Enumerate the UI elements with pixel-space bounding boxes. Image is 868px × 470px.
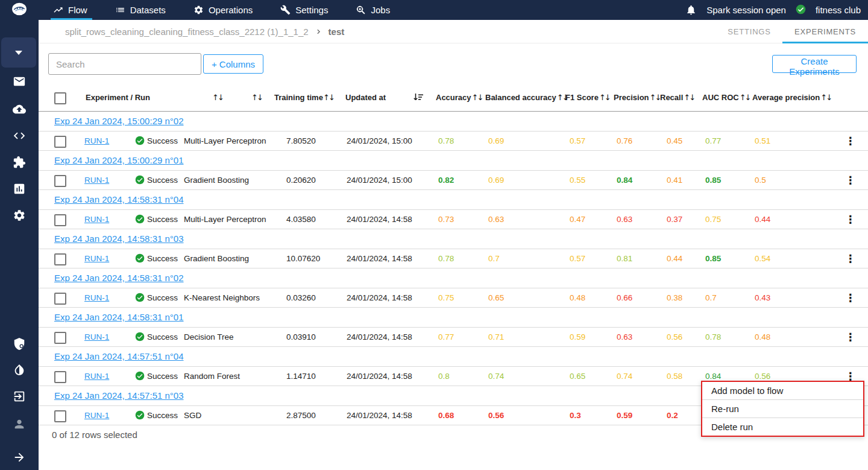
sort-icon-recall[interactable]: ↑↓: [684, 93, 694, 102]
experiment-link[interactable]: Exp 24 Jan 2024, 14:58:31 n°04: [54, 190, 184, 209]
metric-value: 0.63: [617, 210, 632, 229]
run-link[interactable]: RUN-1: [84, 328, 109, 346]
success-icon: [135, 136, 145, 145]
row-menu-kebab-icon[interactable]: ⋮: [845, 171, 856, 189]
code-icon[interactable]: [13, 129, 26, 142]
metric-value: 0.63: [488, 210, 504, 229]
metric-value: 0.45: [667, 132, 682, 150]
row-checkbox[interactable]: [54, 136, 66, 148]
theme-droplet-icon[interactable]: [13, 363, 26, 376]
nav-item-settings[interactable]: Settings: [280, 0, 328, 20]
metric-value: 0.55: [570, 171, 585, 189]
row-menu-kebab-icon[interactable]: ⋮: [845, 328, 856, 346]
cloud-upload-icon[interactable]: [13, 103, 26, 116]
row-checkbox[interactable]: [54, 175, 66, 187]
metric-value: 0.56: [488, 406, 504, 425]
user-icon[interactable]: [13, 418, 26, 431]
settings-gear-icon[interactable]: [13, 209, 26, 222]
puzzle-icon[interactable]: [13, 156, 26, 169]
expand-arrow-icon[interactable]: [13, 451, 26, 464]
col-header-training-time: Training time: [274, 83, 323, 111]
nav-item-label: Datasets: [130, 5, 166, 15]
nav-item-operations[interactable]: Operations: [193, 0, 253, 20]
exit-icon[interactable]: [13, 390, 26, 403]
create-experiments-button[interactable]: Create Experiments: [772, 55, 857, 73]
metric-value: 0.78: [438, 249, 454, 268]
row-checkbox[interactable]: [54, 214, 66, 226]
row-menu-kebab-icon[interactable]: ⋮: [845, 288, 856, 307]
row-checkbox[interactable]: [54, 332, 66, 344]
run-link[interactable]: RUN-1: [84, 249, 109, 268]
experiment-group-row: Exp 24 Jan 2024, 14:58:31 n°03: [39, 229, 868, 249]
experiment-link[interactable]: Exp 24 Jan 2024, 14:57:51 n°03: [54, 386, 184, 405]
menu-item-delete-run[interactable]: Delete run: [702, 418, 863, 436]
experiment-group-row: Exp 24 Jan 2024, 14:58:31 n°02: [39, 268, 868, 288]
run-row: RUN-1 Success Multi-Layer Perceptron 7.8…: [39, 132, 868, 151]
run-training-time: 7.80520: [286, 132, 316, 150]
sort-icon-accuracy[interactable]: ↑↓: [472, 93, 483, 102]
sort-desc-icon-updated-at[interactable]: [413, 83, 424, 111]
run-link[interactable]: RUN-1: [84, 171, 109, 189]
run-link[interactable]: RUN-1: [84, 406, 109, 425]
run-status-label: Success: [147, 132, 178, 150]
list-icon: [115, 5, 125, 15]
experiment-link[interactable]: Exp 24 Jan 2024, 14:58:31 n°01: [54, 308, 184, 327]
tab-experiments[interactable]: EXPERIMENTS: [782, 20, 868, 43]
context-menu: Add model to flow Re-run Delete run: [701, 381, 864, 437]
experiment-link[interactable]: Exp 24 Jan 2024, 15:00:29 n°02: [54, 112, 184, 131]
project-name[interactable]: fitness club: [816, 5, 861, 15]
bar-chart-icon[interactable]: [13, 182, 26, 195]
workspace-selector[interactable]: [1, 37, 36, 68]
experiment-link[interactable]: Exp 24 Jan 2024, 14:58:31 n°03: [54, 229, 184, 249]
sort-icon-status[interactable]: ↑↓: [212, 83, 223, 111]
success-icon: [135, 175, 145, 185]
sidebar: [0, 20, 39, 470]
run-link[interactable]: RUN-1: [84, 132, 109, 150]
success-icon: [135, 253, 145, 263]
sort-icon-average-precision[interactable]: ↑↓: [820, 93, 831, 102]
columns-button[interactable]: + Columns: [203, 54, 263, 74]
run-algorithm: Decision Tree: [184, 328, 234, 346]
sort-icon-training-time[interactable]: ↑↓: [323, 83, 334, 111]
run-status-label: Success: [147, 367, 178, 386]
breadcrumb-dataset[interactable]: split_rows_cleaning_cleaning_fitness_cla…: [65, 27, 309, 37]
row-checkbox[interactable]: [54, 253, 66, 265]
menu-item-re-run[interactable]: Re-run: [702, 399, 863, 418]
experiment-link[interactable]: Exp 24 Jan 2024, 14:58:31 n°02: [54, 268, 184, 288]
sort-icon-algorithm[interactable]: ↑↓: [251, 83, 262, 111]
app-logo[interactable]: [0, 0, 39, 20]
run-link[interactable]: RUN-1: [84, 367, 109, 386]
mail-icon[interactable]: [13, 75, 26, 88]
row-checkbox[interactable]: [54, 293, 66, 305]
metric-value: 0.41: [667, 171, 682, 189]
sort-icon-precision[interactable]: ↑↓: [650, 93, 661, 102]
nav-item-datasets[interactable]: Datasets: [115, 0, 166, 20]
run-link[interactable]: RUN-1: [84, 288, 109, 307]
search-input[interactable]: [48, 53, 201, 75]
tabs: SETTINGS EXPERIMENTS: [716, 20, 868, 43]
sort-icon-auc-roc[interactable]: ↑↓: [740, 93, 750, 102]
metric-value: 0.8: [438, 367, 450, 386]
experiment-link[interactable]: Exp 24 Jan 2024, 14:57:51 n°04: [54, 347, 184, 366]
admin-shield-icon[interactable]: [13, 337, 26, 351]
run-link[interactable]: RUN-1: [84, 210, 109, 229]
nav-item-jobs[interactable]: Jobs: [356, 0, 390, 20]
metric-value: 0.7: [705, 288, 717, 307]
menu-item-add-model-to-flow[interactable]: Add model to flow: [702, 382, 863, 399]
metric-value: 0.44: [667, 249, 682, 268]
row-checkbox[interactable]: [54, 410, 66, 422]
row-menu-kebab-icon[interactable]: ⋮: [845, 210, 856, 229]
row-menu-kebab-icon[interactable]: ⋮: [845, 132, 856, 150]
select-all-checkbox[interactable]: [54, 92, 66, 104]
metric-value: 0.65: [570, 367, 585, 386]
metric-value: 0.71: [488, 328, 504, 346]
sort-icon-f1-score[interactable]: ↑↓: [599, 93, 610, 102]
nav-item-flow[interactable]: Flow: [53, 0, 87, 20]
tab-settings[interactable]: SETTINGS: [716, 20, 782, 43]
gear-icon: [193, 5, 204, 15]
bell-icon[interactable]: [685, 4, 697, 16]
experiment-link[interactable]: Exp 24 Jan 2024, 15:00:29 n°01: [54, 151, 184, 170]
row-checkbox[interactable]: [54, 371, 66, 383]
row-menu-kebab-icon[interactable]: ⋮: [845, 249, 856, 268]
run-algorithm: K-Nearest Neighbors: [184, 288, 260, 307]
